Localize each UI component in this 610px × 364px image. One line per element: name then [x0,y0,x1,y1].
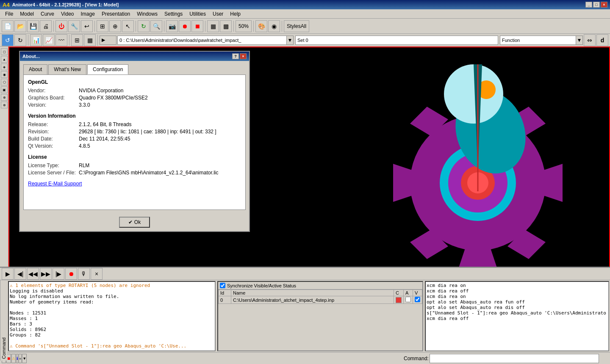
mic-btn[interactable]: 🎙 [78,268,90,280]
sync-a-checkbox[interactable] [405,297,411,302]
tool2-btn[interactable]: ↩ [81,20,93,32]
sidebar-btn-2[interactable]: ▲ [1,56,8,63]
print-btn[interactable]: 🖨 [40,20,52,32]
sync-checkbox[interactable] [220,283,225,288]
rec-btn[interactable]: ⏺ [65,268,77,280]
sync-table: Id Name C A V 0 C:\Users\Administrator\_… [218,290,422,304]
license-server-value: C:\Program Files\GNS mbH\Animator4_v2.1.… [79,170,218,176]
render-btn[interactable]: 🎨 [255,20,267,32]
release-row: Release: 2.1.2, 64 Bit, 8 Threads [28,121,241,127]
log-line-2: Logging is disabled [10,288,214,294]
sidebar-btn-7[interactable]: ⊕ [1,94,8,101]
warn-btn[interactable]: ⚠ [11,354,16,363]
styles-label[interactable]: StylesAll [284,20,309,32]
d-btn[interactable]: d [596,34,608,46]
step-back-btn[interactable]: ◀◀ [27,268,39,280]
open-btn[interactable]: 📂 [14,20,26,32]
sep2 [94,21,95,32]
log-line-5 [10,305,214,310]
dialog-title-text: About... [22,54,40,59]
menu-file[interactable]: File [2,10,17,18]
snap-btn[interactable]: ⊕ [109,20,121,32]
sidebar-btn-1[interactable]: ◻ [1,48,8,55]
arrows-btn[interactable]: ⇔ [584,34,596,46]
end-btn[interactable]: |▶ [53,268,64,280]
log-panel-wrapper: ⚠ 1 elements of type ROTARYI (5 nodes) a… [8,281,216,351]
menu-windows[interactable]: Windows [133,10,161,18]
zoom-level[interactable]: 50% [236,20,252,32]
sep3 [136,21,136,32]
cmd-line-4: opt alo set Abaqus_auto rea fun off [427,299,607,305]
close-bottom-btn[interactable]: × [91,268,103,280]
step-fwd-btn[interactable]: ▶▶ [40,268,52,280]
tab-about[interactable]: About [23,64,47,74]
restore-btn[interactable]: □ [593,2,600,8]
menu-utilities[interactable]: Utilities [186,10,209,18]
menu-help[interactable]: Help [227,10,244,18]
record-btn[interactable]: ⏺ [179,20,191,32]
sidebar-btn-6[interactable]: ▣ [1,86,8,93]
window-title: Animator4 - 64bit - 2.1.2[29628] - [View… [12,2,119,7]
sidebar-btn-5[interactable]: ⬡ [1,79,8,85]
equal-btn[interactable]: = [19,354,22,363]
ok-button[interactable]: ✔ Ok [119,217,150,228]
set-field[interactable]: Set 0 [295,36,498,45]
cam-btn[interactable]: 📷 [166,20,178,32]
dialog-title-buttons: ? × [232,53,247,59]
down-btn[interactable]: ▼ [22,354,27,363]
wave-btn[interactable]: 〰 [55,34,67,46]
menu-curve[interactable]: Curve [37,10,58,18]
menu-model[interactable]: Model [17,10,37,18]
rotate-btn[interactable]: ↻ [138,20,150,32]
qt-version-label: Qt Version: [28,143,79,149]
info-btn[interactable]: ℹ [16,354,18,363]
tab-configuration[interactable]: Configuration [87,64,128,74]
tab-whats-new[interactable]: What's New [48,64,86,74]
grid3-btn[interactable]: ▩ [220,20,232,32]
save-btn[interactable]: 💾 [27,20,39,32]
grid-btn[interactable]: ⊞ [97,20,108,32]
sync-v-checkbox[interactable] [415,297,420,302]
license-type-label: License Type: [28,163,79,168]
play-prev-btn[interactable]: ◀| [14,268,26,280]
release-value: 2.1.2, 64 Bit, 8 Threads [79,121,132,127]
grid4-btn[interactable]: ⊞ [71,34,83,46]
chart-btn[interactable]: 📊 [30,34,42,46]
power-btn[interactable]: ⏻ [55,20,67,32]
sidebar-btn-4[interactable]: ◉ [1,71,8,78]
menu-user[interactable]: User [209,10,227,18]
minimize-btn[interactable]: _ [585,2,592,8]
reload-btn[interactable]: ↻ [14,34,26,46]
play-btn[interactable]: ▶ [2,268,14,280]
grid2-btn[interactable]: ▦ [207,20,219,32]
menu-settings[interactable]: Settings [161,10,186,18]
support-link[interactable]: Request E-Mail Support [28,181,82,187]
bar-btn[interactable]: 📈 [43,34,55,46]
menu-video[interactable]: Video [58,10,77,18]
file-path[interactable]: 0 : C:\Users\Administrator\Downloads\paw… [117,36,287,45]
new-btn[interactable]: 📄 [2,20,14,32]
dialog-close-btn[interactable]: × [240,53,247,59]
close-btn[interactable]: × [601,2,607,8]
sync-row-0[interactable]: 0 C:\Users\Administrator\_atchet_impact_… [219,296,422,304]
zoom-btn[interactable]: 🔍 [150,20,162,32]
menu-image[interactable]: Image [78,10,98,18]
path-dropdown-btn[interactable]: ▼ [287,36,294,45]
stop-btn[interactable]: ⏹ [191,20,203,32]
log-panel[interactable]: ⚠ 1 elements of type ROTARYI (5 nodes) a… [8,281,216,351]
log-line-11 [10,338,214,343]
command-input[interactable] [430,354,599,363]
function-field[interactable]: Function [500,36,576,45]
cmd-panel[interactable]: xcm dia rea on xcm dia rea off xcm dia r… [425,281,609,351]
wire-btn[interactable]: ◉ [268,20,280,32]
grid5-btn[interactable]: ▦ [84,34,96,46]
function-dropdown-btn[interactable]: ▼ [576,36,583,45]
sidebar-btn-3[interactable]: ◈ [1,63,8,70]
dialog-tabs: About What's New Configuration [23,64,246,74]
sidebar-btn-8[interactable]: ⊗ [1,102,8,108]
dialog-help-btn[interactable]: ? [232,53,239,59]
menu-presentation[interactable]: Presentation [98,10,133,18]
tool1-btn[interactable]: 🔧 [68,20,80,32]
select-btn[interactable]: ↖ [122,20,134,32]
refresh-btn[interactable]: ↺ [2,34,14,46]
